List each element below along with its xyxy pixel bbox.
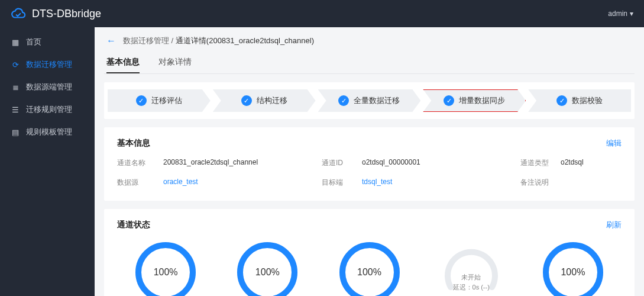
status-assessment: 100% 迁移评估完成率 <box>117 240 214 296</box>
card-title: 通道状态 <box>117 220 150 230</box>
brand: DTS-DBbridge <box>11 6 101 21</box>
breadcrumb-parent[interactable]: 数据迁移管理 <box>123 36 169 45</box>
field-channel-id: o2tdsql_00000001 <box>362 158 516 168</box>
breadcrumb: ← 数据迁移管理 / 通道详情(200831_oracle2tdsql_chan… <box>104 36 635 46</box>
tab-label: 对象详情 <box>158 57 192 66</box>
step-label: 数据校验 <box>572 95 603 106</box>
progress-steps: ✓ 迁移评估 ✓ 结构迁移 ✓ 全量数据迁移 ✓ 增量数据同步 <box>108 89 631 112</box>
progress-ring: 100% <box>235 240 300 296</box>
check-icon: ✓ <box>556 95 567 106</box>
chevron-down-icon: ▾ <box>630 9 633 18</box>
edit-link[interactable]: 编辑 <box>606 138 622 149</box>
rules-icon: ☰ <box>11 105 20 114</box>
step-label: 迁移评估 <box>151 95 182 106</box>
sidebar-item-label: 数据源端管理 <box>26 82 72 92</box>
gauge: 未开始 延迟：0s (--) <box>439 240 504 296</box>
field-label: 备注说明 <box>520 178 556 188</box>
step-assessment[interactable]: ✓ 迁移评估 <box>108 89 211 112</box>
step-incremental[interactable]: ✓ 增量数据同步 <box>423 89 526 112</box>
check-icon: ✓ <box>241 95 252 106</box>
step-validation[interactable]: ✓ 数据校验 <box>528 89 631 112</box>
gauge-line2: 延迟：0s (--) <box>453 282 490 292</box>
tabs: 基本信息 对象详情 <box>104 52 635 74</box>
step-label: 增量数据同步 <box>459 95 505 106</box>
sidebar-item-label: 数据迁移管理 <box>26 59 72 70</box>
main-content: ← 数据迁移管理 / 通道详情(200831_oracle2tdsql_chan… <box>95 27 644 296</box>
sidebar-item-datasource[interactable]: ≣ 数据源端管理 <box>0 76 95 98</box>
sidebar-item-label: 规则模板管理 <box>26 127 72 137</box>
cloud-icon <box>11 6 26 21</box>
sidebar-item-home[interactable]: ▦ 首页 <box>0 31 95 53</box>
status-full: 100% 全量数据迁移完成率 <box>321 240 418 296</box>
progress-ring: 100% <box>541 240 606 296</box>
refresh-link[interactable]: 刷新 <box>606 220 622 230</box>
step-structure[interactable]: ✓ 结构迁移 <box>213 89 316 112</box>
basic-info-grid: 通道名称 200831_oracle2tdsql_channel 通道ID o2… <box>117 158 622 188</box>
sidebar-item-label: 迁移规则管理 <box>26 104 72 115</box>
progress-ring: 100% <box>133 240 198 296</box>
check-icon: ✓ <box>338 95 349 106</box>
ring-value: 100% <box>133 240 198 296</box>
progress-ring: 100% <box>337 240 402 296</box>
field-label: 通道名称 <box>117 158 158 168</box>
step-label: 结构迁移 <box>257 95 287 106</box>
basic-info-card: 基本信息 编辑 通道名称 200831_oracle2tdsql_channel… <box>104 127 635 201</box>
breadcrumb-sep: / <box>169 36 176 45</box>
gauge-line1: 未开始 <box>461 272 481 282</box>
field-label: 通道ID <box>322 158 357 168</box>
ring-value: 100% <box>337 240 402 296</box>
step-full-migration[interactable]: ✓ 全量数据迁移 <box>318 89 421 112</box>
status-structure: 100% 结构迁移完成率 <box>219 240 316 296</box>
topbar: DTS-DBbridge admin ▾ <box>0 0 644 27</box>
field-label: 通道类型 <box>520 158 556 168</box>
step-label: 全量数据迁移 <box>354 95 400 106</box>
sidebar-item-templates[interactable]: ▤ 规则模板管理 <box>0 121 95 143</box>
brand-name: DTS-DBbridge <box>32 8 101 20</box>
check-icon: ✓ <box>444 95 454 106</box>
ring-value: 100% <box>235 240 300 296</box>
tab-label: 基本信息 <box>106 57 140 66</box>
database-icon: ≣ <box>11 83 20 92</box>
user-menu[interactable]: admin ▾ <box>608 9 633 18</box>
ring-value: 100% <box>541 240 606 296</box>
status-row: 100% 迁移评估完成率 100% 结构迁移完成率 <box>117 240 622 296</box>
field-channel-name: 200831_oracle2tdsql_channel <box>163 158 317 168</box>
template-icon: ▤ <box>11 128 20 137</box>
check-icon: ✓ <box>136 95 147 106</box>
field-label: 数据源 <box>117 178 158 188</box>
grid-icon: ▦ <box>11 38 20 47</box>
field-label: 目标端 <box>322 178 357 188</box>
sidebar: ▦ 首页 ⟳ 数据迁移管理 ≣ 数据源端管理 ☰ 迁移规则管理 ▤ 规则模板管理 <box>0 27 95 296</box>
field-source-link[interactable]: oracle_test <box>163 178 317 188</box>
sidebar-item-migration[interactable]: ⟳ 数据迁移管理 <box>0 53 95 76</box>
sidebar-item-label: 首页 <box>26 37 41 47</box>
status-validation: 100% 数据校验完成率 <box>525 240 622 296</box>
field-remark <box>561 178 622 188</box>
card-title: 基本信息 <box>117 138 150 149</box>
tab-basic-info[interactable]: 基本信息 <box>106 52 140 73</box>
back-arrow-icon[interactable]: ← <box>106 36 116 46</box>
progress-steps-card: ✓ 迁移评估 ✓ 结构迁移 ✓ 全量数据迁移 ✓ 增量数据同步 <box>104 82 635 119</box>
field-channel-type: o2tdsql <box>561 158 622 168</box>
tab-object-detail[interactable]: 对象详情 <box>158 52 192 73</box>
breadcrumb-current: 通道详情(200831_oracle2tdsql_channel) <box>176 36 314 45</box>
field-target-link[interactable]: tdsql_test <box>362 178 516 188</box>
status-incremental: 未开始 延迟：0s (--) 增量同步延迟情况 <box>423 240 520 296</box>
sidebar-item-rules[interactable]: ☰ 迁移规则管理 <box>0 98 95 121</box>
user-name: admin <box>608 9 627 18</box>
transfer-icon: ⟳ <box>11 60 20 69</box>
status-card: 通道状态 刷新 100% 迁移评估完成率 100% <box>104 209 635 296</box>
